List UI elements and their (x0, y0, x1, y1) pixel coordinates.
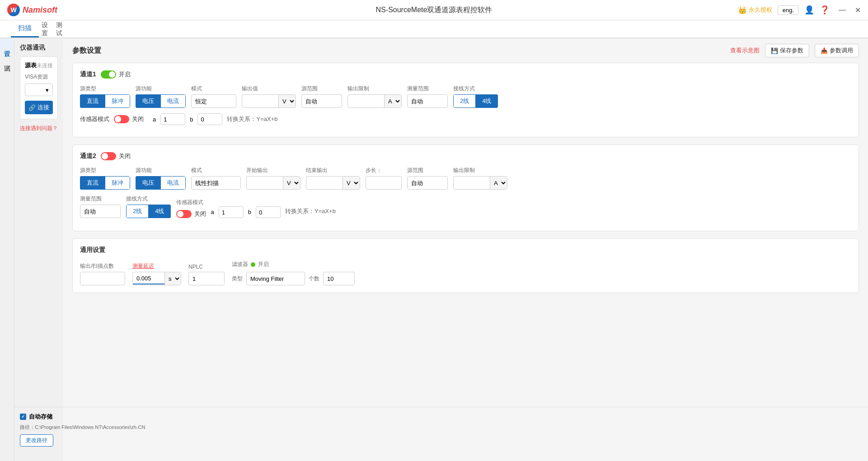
sidebar-nav-settings[interactable]: 设置 (0, 38, 14, 53)
ch1-sensor-a-input[interactable] (160, 113, 185, 125)
ch1-sensor-formula: 转换关系：Y=aX+b (227, 115, 277, 123)
ch2-4wire-button[interactable]: 4线 (149, 205, 171, 218)
sidebar-nav-test[interactable]: 测试 (0, 53, 14, 67)
ch2-current-button[interactable]: 电流 (161, 176, 186, 190)
help-link[interactable]: 连接遇到问题？ (20, 125, 58, 132)
autosave-path: 路径：C:\Program Files\Windows NT\Accessori… (20, 424, 63, 431)
ch1-2wire-button[interactable]: 2线 (453, 94, 476, 108)
ch1-limit-unit-select[interactable]: A (384, 95, 401, 107)
channel2-toggle-track[interactable] (101, 152, 116, 160)
tab-settings[interactable]: 设置 (39, 21, 53, 37)
nplc-input[interactable] (188, 272, 225, 285)
ch1-sensor-b-label: b (190, 116, 193, 123)
content-header: 参数设置 查看示意图 💾 保存参数 📥 参数调用 (63, 38, 868, 63)
ch1-sensor-toggle[interactable]: 关闭 (114, 115, 144, 123)
scan-points-input[interactable] (80, 272, 125, 285)
measure-delay-unit-select[interactable]: s (164, 272, 181, 285)
ch2-start-unit-select[interactable]: V (283, 177, 300, 189)
ch2-end-unit-select[interactable]: V (343, 177, 360, 189)
save-icon: 💾 (771, 47, 778, 54)
ch2-sensor-a-input[interactable] (219, 206, 244, 218)
ch2-sensor-formula: 转换关系：Y=aX+b (285, 207, 336, 218)
ch2-sensor-toggle[interactable]: 关闭 (176, 210, 206, 218)
channel2-title: 通道2 (80, 152, 96, 160)
ch1-source-func-group: 源功能 电压 电流 (136, 85, 186, 108)
ch1-output-input[interactable] (242, 96, 278, 107)
measure-delay-input[interactable] (133, 273, 164, 284)
ch1-pulse-button[interactable]: 脉冲 (105, 94, 130, 108)
filter-type-select[interactable]: Moving Filter (246, 272, 305, 285)
main-content: 参数设置 查看示意图 💾 保存参数 📥 参数调用 通道1 (63, 38, 868, 461)
user-icon[interactable]: 👤 (804, 5, 814, 15)
ch1-mode-select[interactable]: 恒定 (191, 94, 236, 108)
filter-label: 滤波器 (232, 261, 248, 268)
channel1-toggle-track[interactable] (101, 70, 116, 79)
connect-button[interactable]: 🔗 连接 (25, 101, 53, 114)
general-row: 输出/扫描点数 测量延迟 s NPLC (80, 261, 851, 285)
source-status: 未连接 (37, 62, 53, 70)
ch2-end-output-input[interactable] (306, 178, 343, 188)
filter-count-select[interactable]: 10 (323, 272, 355, 285)
tab-scan[interactable]: 扫描 (11, 20, 39, 37)
ch2-mode-select[interactable]: 线性扫描 (191, 176, 241, 190)
ch2-range-select[interactable]: 自动 (407, 176, 448, 190)
titlebar-right: 👑 永久授权 eng. 👤 ❓ — ✕ (738, 5, 861, 15)
ch1-output-unit-select[interactable]: V (278, 95, 296, 107)
ch1-dc-button[interactable]: 直流 (80, 94, 105, 108)
ch1-mode-group: 模式 恒定 (191, 85, 236, 108)
ch1-voltage-button[interactable]: 电压 (136, 94, 161, 108)
ch2-mode-select-wrapper: 线性扫描 (191, 176, 241, 190)
ch2-measure-range-select[interactable]: 自动 (80, 205, 121, 218)
nplc-label: NPLC (188, 264, 225, 270)
view-diagram-link[interactable]: 查看示意图 (730, 47, 760, 55)
ch1-sensor-b-input[interactable] (197, 113, 222, 125)
ch1-wiring-label: 接线方式 (453, 85, 498, 93)
visa-select[interactable]: ▾ (25, 84, 53, 96)
tab-test[interactable]: 测试 (53, 21, 68, 37)
ch1-measure-range-select[interactable]: 自动 (407, 94, 448, 108)
sidebar: 设置 测试 仪器通讯 源表 未连接 VISA资源 ▾ 🔗 连接 连接 (0, 38, 63, 461)
channel2-header: 通道2 关闭 (80, 152, 851, 160)
params-area: 通道1 开启 源类型 直流 脉冲 (63, 63, 868, 302)
ch1-range-select[interactable]: 自动 (301, 94, 342, 108)
close-button[interactable]: ✕ (855, 6, 861, 14)
minimize-button[interactable]: — (839, 6, 846, 14)
channel2-params-row2: 测量范围 自动 接线方式 2线 4线 (80, 195, 851, 218)
sidebar-content: 仪器通讯 源表 未连接 VISA资源 ▾ 🔗 连接 连接遇到问题？ (14, 38, 63, 461)
ch2-end-input-group: V (306, 176, 360, 190)
channel1-toggle[interactable]: 开启 (101, 70, 131, 79)
ch2-step-input[interactable] (366, 176, 402, 190)
lang-button[interactable]: eng. (778, 5, 799, 15)
ch1-4wire-button[interactable]: 4线 (476, 94, 498, 108)
link-icon: 🔗 (28, 104, 36, 111)
change-path-button[interactable]: 更改路径 (20, 434, 53, 447)
ch2-sensor-toggle-track[interactable] (176, 210, 192, 218)
ch2-sensor-b-input[interactable] (256, 206, 281, 218)
ch1-sensor-toggle-thumb (115, 116, 121, 122)
instrument-card: 源表 未连接 VISA资源 ▾ 🔗 连接 (20, 56, 58, 119)
save-params-button[interactable]: 💾 保存参数 (765, 44, 809, 57)
autosave-checkbox[interactable]: ✓ (20, 414, 26, 420)
ch2-pulse-button[interactable]: 脉冲 (105, 176, 130, 190)
ch1-range-label: 源范围 (301, 85, 342, 93)
ch1-limit-input[interactable] (348, 96, 384, 107)
help-icon[interactable]: ❓ (820, 5, 830, 15)
ch2-sensor-mode-group: 传感器模式 关闭 (176, 199, 206, 218)
ch1-output-input-group: V (242, 94, 296, 108)
ch1-current-button[interactable]: 电流 (161, 94, 186, 108)
ch1-limit-input-group: A (347, 94, 402, 108)
load-params-button[interactable]: 📥 参数调用 (815, 44, 859, 57)
ch2-2wire-button[interactable]: 2线 (126, 205, 149, 218)
channel2-toggle[interactable]: 关闭 (101, 152, 131, 160)
ch2-start-output-input[interactable] (247, 178, 283, 188)
general-card: 通用设置 输出/扫描点数 测量延迟 s (72, 238, 859, 293)
ch2-limit-unit-select[interactable]: A (490, 177, 507, 189)
filter-header: 滤波器 开启 (232, 261, 355, 268)
ch2-limit-input[interactable] (454, 178, 490, 188)
ch1-source-type-group: 源类型 直流 脉冲 (80, 85, 130, 108)
ch1-sensor-toggle-track[interactable] (114, 115, 129, 123)
ch1-sensor-toggle-label: 关闭 (132, 115, 144, 123)
ch2-voltage-button[interactable]: 电压 (136, 176, 161, 190)
ch2-dc-button[interactable]: 直流 (80, 176, 105, 190)
ch2-measure-range-wrapper: 自动 (80, 205, 121, 218)
